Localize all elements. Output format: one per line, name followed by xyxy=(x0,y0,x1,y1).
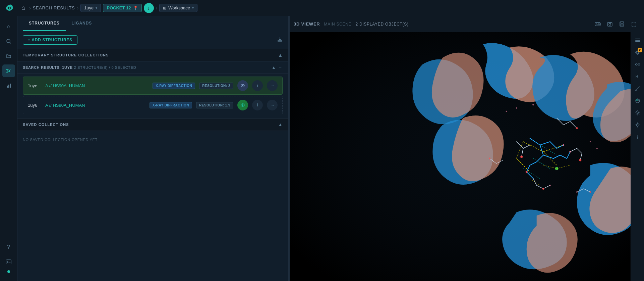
structure-name-1uye: A // HS90A_HUMAN xyxy=(45,83,149,88)
save-scene-icon[interactable] xyxy=(617,19,627,29)
workspace-button[interactable]: ⊞ Workspace ▾ xyxy=(159,4,197,12)
sidebar-item-chart[interactable] xyxy=(2,79,15,92)
status-indicator xyxy=(7,270,10,273)
toolbar-settings-btn[interactable] xyxy=(632,107,643,118)
svg-point-77 xyxy=(596,148,598,149)
sidebar-item-help[interactable]: ? xyxy=(2,241,15,253)
toolbar-info-btn[interactable] xyxy=(632,132,643,142)
sidebar-item-search[interactable] xyxy=(2,35,15,48)
viewer-right-toolbar: 2 H xyxy=(631,32,644,281)
download-button[interactable]: ↓ xyxy=(144,3,154,13)
vr-icon[interactable] xyxy=(593,19,602,29)
svg-point-76 xyxy=(590,141,591,142)
viewer-3d-scene[interactable]: 2 H xyxy=(288,32,644,281)
svg-point-61 xyxy=(520,155,523,158)
svg-point-74 xyxy=(516,107,517,109)
svg-line-100 xyxy=(636,87,640,91)
workspace-grid-icon: ⊞ xyxy=(163,6,166,10)
screenshot-icon[interactable] xyxy=(605,19,614,29)
structure-list: 1uye A // HS90A_HUMAN X-RAY DIFFRACTION … xyxy=(17,74,288,118)
visibility-toggle-1uye[interactable] xyxy=(237,80,248,91)
saved-collections-title: SAVED COLLECTIONS xyxy=(23,123,69,127)
svg-point-73 xyxy=(506,111,507,112)
viewer-scene-label: MAIN SCENE xyxy=(324,22,352,27)
viewer-header-actions xyxy=(593,19,639,29)
sidebar: ⌂ xyxy=(0,16,17,281)
svg-rect-13 xyxy=(10,84,11,88)
download-icon: ↓ xyxy=(148,5,150,11)
sidebar-item-folder[interactable] xyxy=(2,50,15,62)
saved-collections-section: SAVED COLLECTIONS ▲ NO SAVED COLLECTION … xyxy=(17,118,288,148)
svg-point-95 xyxy=(638,64,640,65)
toolbar-hbonds-btn[interactable]: H xyxy=(632,71,643,82)
table-row[interactable]: 1uy6 A // HS90A_HUMAN X-RAY DIFFRACTION … xyxy=(23,96,283,114)
svg-point-64 xyxy=(542,188,544,190)
search-results-menu[interactable]: ··· xyxy=(279,65,283,70)
temporary-collections-collapse[interactable]: ▲ xyxy=(278,52,283,58)
svg-point-17 xyxy=(242,85,243,86)
tab-structures[interactable]: STRUCTURES xyxy=(23,16,66,31)
info-button-1uye[interactable]: i xyxy=(252,80,263,91)
viewer-panel: 3D Viewer MAIN SCENE 2 DISPLAYED OBJECT(… xyxy=(288,16,644,281)
toolbar-bonds-btn[interactable] xyxy=(632,59,643,70)
sidebar-item-home[interactable]: ⌂ xyxy=(2,20,15,33)
svg-point-1 xyxy=(9,7,10,9)
svg-point-21 xyxy=(596,24,597,25)
info-button-1uy6[interactable]: i xyxy=(252,100,263,110)
table-row[interactable]: 1uye A // HS90A_HUMAN X-RAY DIFFRACTION … xyxy=(23,77,283,95)
svg-point-94 xyxy=(635,64,637,65)
toolbar-focus-btn[interactable] xyxy=(632,120,643,130)
svg-point-63 xyxy=(526,171,528,173)
left-panel: STRUCTURES LIGANDS + ADD STRUCTURES TEMP… xyxy=(17,16,288,281)
structure-id-1uye: 1uye xyxy=(28,83,41,88)
toolbar-measure-btn[interactable] xyxy=(632,83,643,94)
toolbar-color-btn[interactable] xyxy=(632,95,643,106)
svg-point-75 xyxy=(532,104,534,105)
temporary-collections-section: TEMPORARY STRUCTURE COLLECTIONS ▲ SEARCH… xyxy=(17,49,288,118)
pocket-map-icon: 📍 xyxy=(133,6,138,10)
pocket-pill[interactable]: POCKET 12 📍 xyxy=(103,4,141,12)
toolbar-layers-btn[interactable] xyxy=(632,35,643,46)
method-badge-1uye: X-RAY DIFFRACTION xyxy=(153,83,195,89)
svg-point-22 xyxy=(598,24,600,25)
svg-point-67 xyxy=(569,151,571,152)
structure-pill[interactable]: 1uye ▾ xyxy=(80,4,101,12)
sidebar-item-terminal[interactable] xyxy=(2,255,15,268)
panel-header: + ADD STRUCTURES xyxy=(17,31,288,49)
add-structures-button[interactable]: + ADD STRUCTURES xyxy=(23,35,77,45)
search-results-group-header: SEARCH RESULTS: 1UYE 2 STRUCTURE(S) / 0 … xyxy=(17,61,288,74)
panel-resize-handle[interactable] xyxy=(288,16,290,281)
search-results-group: SEARCH RESULTS: 1UYE 2 STRUCTURE(S) / 0 … xyxy=(17,61,288,118)
svg-rect-24 xyxy=(607,22,612,26)
structure-pill-label: 1uye xyxy=(84,5,94,10)
search-results-breadcrumb[interactable]: SEARCH RESULTS xyxy=(33,5,75,10)
panel-tabs: STRUCTURES LIGANDS xyxy=(17,16,288,31)
svg-point-7 xyxy=(6,72,7,73)
svg-point-80 xyxy=(489,158,490,159)
svg-point-93 xyxy=(637,52,638,53)
top-nav: ⌂ › SEARCH RESULTS › 1uye ▾ POCKET 12 📍 … xyxy=(0,0,644,16)
resolution-badge-1uy6: RESOLUTION: 1.9 xyxy=(196,102,233,108)
app-logo[interactable] xyxy=(4,3,15,13)
svg-rect-28 xyxy=(621,24,623,26)
viewer-title: 3D Viewer xyxy=(294,21,320,27)
svg-text:H: H xyxy=(636,75,638,79)
saved-collections-collapse[interactable]: ▲ xyxy=(278,122,283,127)
visibility-toggle-1uy6[interactable] xyxy=(237,100,248,110)
svg-point-111 xyxy=(637,136,638,137)
more-button-1uye[interactable]: ··· xyxy=(267,80,278,91)
tab-ligands[interactable]: LIGANDS xyxy=(66,16,98,31)
svg-point-104 xyxy=(637,112,638,114)
sidebar-item-molecule[interactable] xyxy=(2,64,15,77)
svg-point-5 xyxy=(6,69,7,70)
fullscreen-icon[interactable] xyxy=(629,19,639,29)
panel-download-icon[interactable] xyxy=(277,37,283,43)
method-badge-1uy6: X-RAY DIFFRACTION xyxy=(150,102,192,108)
home-nav-icon[interactable]: ⌂ xyxy=(19,3,27,13)
structure-id-1uy6: 1uy6 xyxy=(28,103,41,108)
search-results-collapse[interactable]: ▲ xyxy=(271,65,276,70)
svg-point-19 xyxy=(242,104,243,106)
more-button-1uy6[interactable]: ··· xyxy=(267,100,278,110)
search-results-label: SEARCH RESULTS: 1UYE 2 STRUCTURE(S) / 0 … xyxy=(23,65,136,69)
temporary-collections-title: TEMPORARY STRUCTURE COLLECTIONS xyxy=(23,53,109,57)
